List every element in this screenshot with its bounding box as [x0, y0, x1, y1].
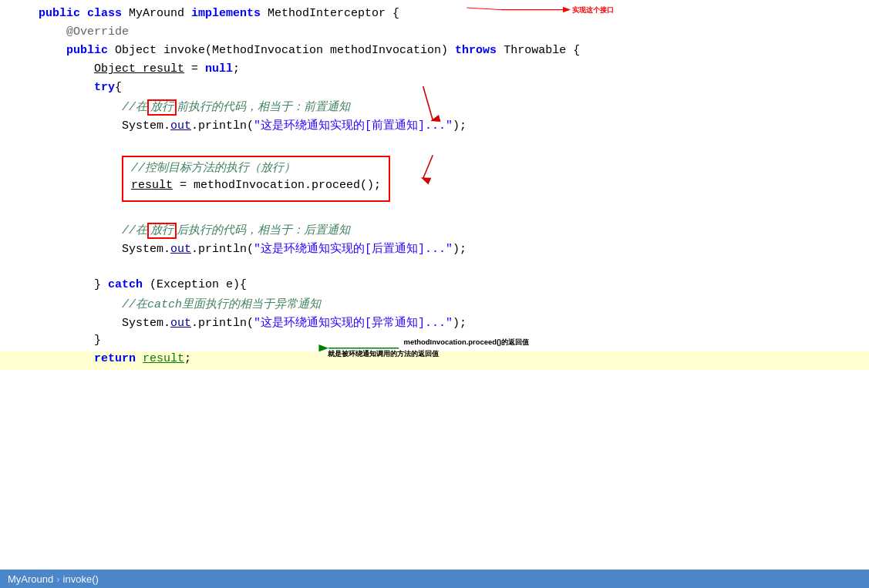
line-15: } catch (Exception e){ — [0, 277, 869, 296]
line-5: try{ — [0, 80, 869, 99]
line-content-9: //控制目标方法的执行（放行） — [131, 160, 381, 175]
line-19: return result; — [0, 351, 869, 370]
line-content-12: //在放行后执行的代码，相当于：后置通知 — [35, 223, 869, 237]
line-16: //在catch里面执行的相当于异常通知 — [0, 296, 869, 314]
line-content-3: public Object invoke(MethodInvocation me… — [35, 44, 869, 57]
line-17: System.out.println("这是环绕通知实现的[异常通知]...")… — [0, 314, 869, 333]
line-content-7: System.out.println("这是环绕通知实现的[前置通知]...")… — [35, 118, 869, 133]
line-content-19: return result; — [35, 352, 869, 365]
line-content-18: } — [35, 334, 869, 347]
line-11 — [0, 203, 869, 222]
line-18: } — [0, 333, 869, 351]
line-content-13: System.out.println("这是环绕通知实现的[后置通知]...")… — [35, 241, 869, 256]
line-12: //在放行后执行的代码，相当于：后置通知 — [0, 222, 869, 240]
line-6: //在放行前执行的代码，相当于：前置通知 — [0, 99, 869, 117]
line-content-2: @Override — [35, 25, 869, 39]
line-content-14 — [35, 260, 869, 273]
line-content-10: result = methodInvocation.proceed(); — [131, 179, 381, 192]
line-content-4: Object result = null; — [35, 62, 869, 76]
breadcrumb-class: MyAround — [8, 573, 53, 585]
line-9: //控制目标方法的执行（放行） — [131, 160, 381, 179]
line-4: Object result = null; — [0, 62, 869, 80]
breadcrumb-method: invoke() — [63, 573, 99, 585]
breadcrumb: MyAround › invoke() — [8, 573, 99, 585]
svg-line-4 — [423, 155, 433, 178]
line-content-5: try{ — [35, 81, 869, 94]
line-8 — [0, 136, 869, 154]
line-7: System.out.println("这是环绕通知实现的[前置通知]...")… — [0, 117, 869, 136]
line-1: public class MyAround implements MethodI… — [0, 6, 869, 25]
line-10: result = methodInvocation.proceed(); — [131, 179, 381, 197]
line-3: public Object invoke(MethodInvocation me… — [0, 43, 869, 62]
line-content-8 — [35, 136, 869, 150]
line-content-15: } catch (Exception e){ — [35, 278, 869, 291]
line-content-17: System.out.println("这是环绕通知实现的[异常通知]...")… — [35, 315, 869, 330]
line-14 — [0, 259, 869, 277]
line-2: @Override — [0, 25, 869, 43]
line-content-16: //在catch里面执行的相当于异常通知 — [35, 297, 869, 311]
breadcrumb-arrow: › — [56, 573, 59, 585]
line-content-11 — [35, 204, 869, 217]
status-bar: MyAround › invoke() — [0, 570, 869, 588]
line-content-1: public class MyAround implements MethodI… — [35, 7, 869, 20]
line-content-6: //在放行前执行的代码，相当于：前置通知 — [35, 99, 869, 114]
main-container: public class MyAround implements MethodI… — [0, 0, 869, 570]
code-area: public class MyAround implements MethodI… — [0, 0, 869, 370]
line-13: System.out.println("这是环绕通知实现的[后置通知]...")… — [0, 240, 869, 259]
